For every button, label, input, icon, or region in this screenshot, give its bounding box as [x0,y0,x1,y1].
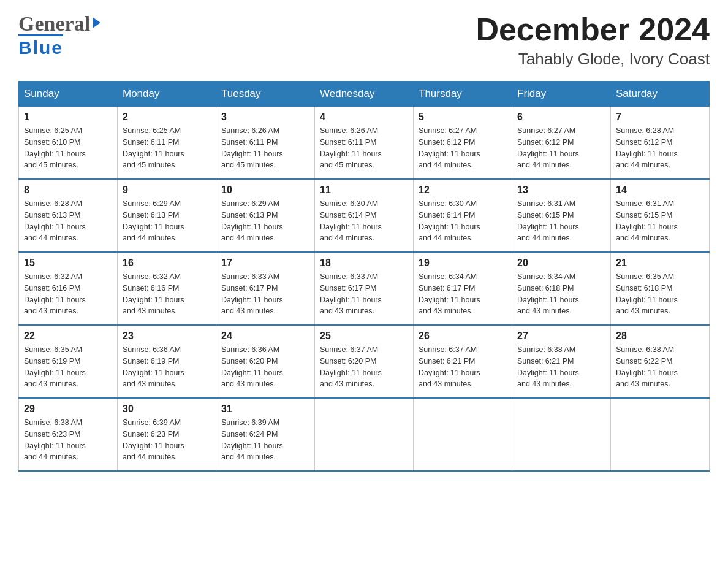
week-row-1: 1 Sunrise: 6:25 AMSunset: 6:10 PMDayligh… [19,107,710,180]
day-number: 6 [517,112,605,123]
day-info: Sunrise: 6:38 AMSunset: 6:21 PMDaylight:… [517,344,605,390]
day-info: Sunrise: 6:38 AMSunset: 6:22 PMDaylight:… [616,344,704,390]
day-number: 10 [221,185,309,196]
calendar-day-28: 28 Sunrise: 6:38 AMSunset: 6:22 PMDaylig… [611,325,710,398]
calendar-day-12: 12 Sunrise: 6:30 AMSunset: 6:14 PMDaylig… [414,179,512,252]
calendar-day-3: 3 Sunrise: 6:26 AMSunset: 6:11 PMDayligh… [216,107,315,180]
day-number: 4 [320,112,408,123]
title-section: December 2024 Tahably Glode, Ivory Coast [476,12,710,69]
day-number: 13 [517,185,605,196]
day-info: Sunrise: 6:31 AMSunset: 6:15 PMDaylight:… [517,198,605,244]
calendar-day-15: 15 Sunrise: 6:32 AMSunset: 6:16 PMDaylig… [19,252,118,325]
day-header-saturday: Saturday [611,82,710,107]
day-info: Sunrise: 6:26 AMSunset: 6:11 PMDaylight:… [320,125,408,171]
day-number: 29 [24,404,112,415]
calendar-day-11: 11 Sunrise: 6:30 AMSunset: 6:14 PMDaylig… [315,179,414,252]
day-info: Sunrise: 6:36 AMSunset: 6:20 PMDaylight:… [221,344,309,390]
day-info: Sunrise: 6:36 AMSunset: 6:19 PMDaylight:… [123,344,211,390]
week-row-3: 15 Sunrise: 6:32 AMSunset: 6:16 PMDaylig… [19,252,710,325]
day-number: 22 [24,331,112,342]
calendar-day-14: 14 Sunrise: 6:31 AMSunset: 6:15 PMDaylig… [611,179,710,252]
day-info: Sunrise: 6:34 AMSunset: 6:18 PMDaylight:… [517,271,605,317]
calendar-header-row: SundayMondayTuesdayWednesdayThursdayFrid… [19,82,710,107]
day-info: Sunrise: 6:38 AMSunset: 6:23 PMDaylight:… [24,417,112,463]
day-info: Sunrise: 6:37 AMSunset: 6:20 PMDaylight:… [320,344,408,390]
calendar-day-27: 27 Sunrise: 6:38 AMSunset: 6:21 PMDaylig… [512,325,611,398]
calendar-day-2: 2 Sunrise: 6:25 AMSunset: 6:11 PMDayligh… [118,107,216,180]
day-info: Sunrise: 6:26 AMSunset: 6:11 PMDaylight:… [221,125,309,171]
calendar-day-13: 13 Sunrise: 6:31 AMSunset: 6:15 PMDaylig… [512,179,611,252]
day-number: 31 [221,404,309,415]
day-number: 1 [24,112,112,123]
day-info: Sunrise: 6:29 AMSunset: 6:13 PMDaylight:… [123,198,211,244]
logo-triangle-icon [93,17,100,28]
day-info: Sunrise: 6:33 AMSunset: 6:17 PMDaylight:… [320,271,408,317]
calendar-day-26: 26 Sunrise: 6:37 AMSunset: 6:21 PMDaylig… [414,325,512,398]
day-info: Sunrise: 6:34 AMSunset: 6:17 PMDaylight:… [419,271,507,317]
calendar-day-21: 21 Sunrise: 6:35 AMSunset: 6:18 PMDaylig… [611,252,710,325]
day-number: 17 [221,258,309,269]
day-info: Sunrise: 6:31 AMSunset: 6:15 PMDaylight:… [616,198,704,244]
calendar-day-7: 7 Sunrise: 6:28 AMSunset: 6:12 PMDayligh… [611,107,710,180]
day-info: Sunrise: 6:39 AMSunset: 6:23 PMDaylight:… [123,417,211,463]
day-number: 5 [419,112,507,123]
day-number: 14 [616,185,704,196]
day-number: 20 [517,258,605,269]
day-number: 30 [123,404,211,415]
day-number: 9 [123,185,211,196]
calendar-day-9: 9 Sunrise: 6:29 AMSunset: 6:13 PMDayligh… [118,179,216,252]
day-info: Sunrise: 6:33 AMSunset: 6:17 PMDaylight:… [221,271,309,317]
day-number: 7 [616,112,704,123]
day-number: 19 [419,258,507,269]
day-info: Sunrise: 6:35 AMSunset: 6:18 PMDaylight:… [616,271,704,317]
calendar-day-19: 19 Sunrise: 6:34 AMSunset: 6:17 PMDaylig… [414,252,512,325]
day-number: 25 [320,331,408,342]
calendar-title: December 2024 [476,12,710,47]
logo-blue-text: Blue [18,37,63,58]
day-number: 2 [123,112,211,123]
calendar-day-18: 18 Sunrise: 6:33 AMSunset: 6:17 PMDaylig… [315,252,414,325]
calendar-day-1: 1 Sunrise: 6:25 AMSunset: 6:10 PMDayligh… [19,107,118,180]
day-number: 3 [221,112,309,123]
day-number: 23 [123,331,211,342]
day-info: Sunrise: 6:27 AMSunset: 6:12 PMDaylight:… [419,125,507,171]
day-info: Sunrise: 6:39 AMSunset: 6:24 PMDaylight:… [221,417,309,463]
day-number: 16 [123,258,211,269]
week-row-5: 29 Sunrise: 6:38 AMSunset: 6:23 PMDaylig… [19,398,710,471]
day-info: Sunrise: 6:30 AMSunset: 6:14 PMDaylight:… [419,198,507,244]
week-row-2: 8 Sunrise: 6:28 AMSunset: 6:13 PMDayligh… [19,179,710,252]
calendar-day-29: 29 Sunrise: 6:38 AMSunset: 6:23 PMDaylig… [19,398,118,471]
day-info: Sunrise: 6:28 AMSunset: 6:13 PMDaylight:… [24,198,112,244]
calendar-day-22: 22 Sunrise: 6:35 AMSunset: 6:19 PMDaylig… [19,325,118,398]
day-number: 27 [517,331,605,342]
day-number: 15 [24,258,112,269]
day-number: 11 [320,185,408,196]
calendar-day-30: 30 Sunrise: 6:39 AMSunset: 6:23 PMDaylig… [118,398,216,471]
day-number: 18 [320,258,408,269]
day-info: Sunrise: 6:25 AMSunset: 6:10 PMDaylight:… [24,125,112,171]
day-header-tuesday: Tuesday [216,82,315,107]
day-info: Sunrise: 6:37 AMSunset: 6:21 PMDaylight:… [419,344,507,390]
calendar-day-5: 5 Sunrise: 6:27 AMSunset: 6:12 PMDayligh… [414,107,512,180]
day-number: 8 [24,185,112,196]
day-info: Sunrise: 6:29 AMSunset: 6:13 PMDaylight:… [221,198,309,244]
day-header-thursday: Thursday [414,82,512,107]
calendar-subtitle: Tahably Glode, Ivory Coast [476,50,710,69]
calendar-day-6: 6 Sunrise: 6:27 AMSunset: 6:12 PMDayligh… [512,107,611,180]
day-info: Sunrise: 6:30 AMSunset: 6:14 PMDaylight:… [320,198,408,244]
calendar-day-25: 25 Sunrise: 6:37 AMSunset: 6:20 PMDaylig… [315,325,414,398]
calendar-day-empty [512,398,611,471]
day-header-sunday: Sunday [19,82,118,107]
day-info: Sunrise: 6:35 AMSunset: 6:19 PMDaylight:… [24,344,112,390]
day-info: Sunrise: 6:28 AMSunset: 6:12 PMDaylight:… [616,125,704,171]
calendar-day-16: 16 Sunrise: 6:32 AMSunset: 6:16 PMDaylig… [118,252,216,325]
calendar-day-empty [315,398,414,471]
day-info: Sunrise: 6:25 AMSunset: 6:11 PMDaylight:… [123,125,211,171]
day-number: 26 [419,331,507,342]
logo: General Blue [18,12,100,58]
day-number: 12 [419,185,507,196]
day-header-monday: Monday [118,82,216,107]
day-info: Sunrise: 6:27 AMSunset: 6:12 PMDaylight:… [517,125,605,171]
day-info: Sunrise: 6:32 AMSunset: 6:16 PMDaylight:… [24,271,112,317]
page-header: General Blue December 2024 Tahably Glode… [18,12,710,69]
